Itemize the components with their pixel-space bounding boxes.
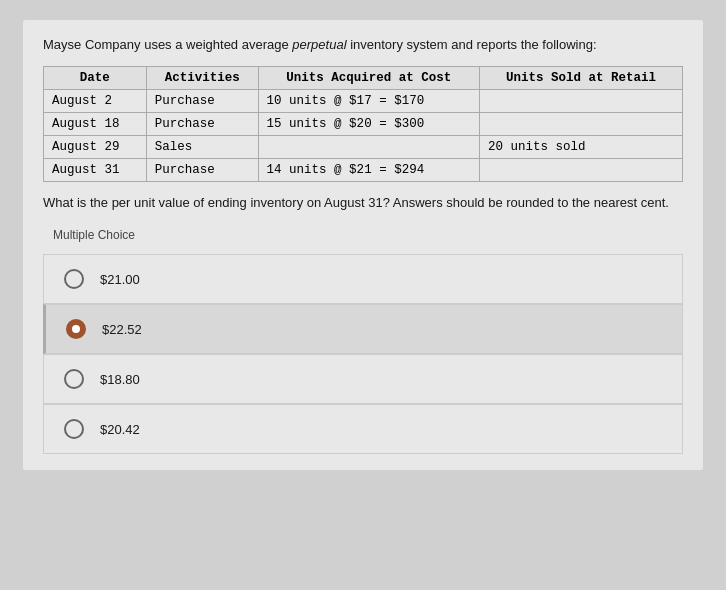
table-row: August 29Sales20 units sold — [44, 136, 683, 159]
page-container: Mayse Company uses a weighted average pe… — [23, 20, 703, 470]
intro-text-after: inventory system and reports the followi… — [347, 37, 597, 52]
cell-units-acquired: 14 units @ $21 = $294 — [258, 159, 479, 182]
cell-activity: Sales — [146, 136, 258, 159]
choice-item-a[interactable]: $21.00 — [43, 254, 683, 304]
cell-activity: Purchase — [146, 90, 258, 113]
col-header-activities: Activities — [146, 67, 258, 90]
cell-units-sold — [479, 113, 682, 136]
choice-text-c: $18.80 — [100, 372, 140, 387]
multiple-choice-label: Multiple Choice — [53, 228, 683, 242]
cell-activity: Purchase — [146, 159, 258, 182]
table-row: August 18Purchase15 units @ $20 = $300 — [44, 113, 683, 136]
cell-date: August 29 — [44, 136, 147, 159]
choice-item-b[interactable]: $22.52 — [43, 304, 683, 354]
cell-units-acquired: 10 units @ $17 = $170 — [258, 90, 479, 113]
intro-italic: perpetual — [292, 37, 346, 52]
cell-units-sold — [479, 90, 682, 113]
cell-activity: Purchase — [146, 113, 258, 136]
intro-text-before: Mayse Company uses a weighted average — [43, 37, 292, 52]
choice-radio-c[interactable] — [64, 369, 84, 389]
choice-text-d: $20.42 — [100, 422, 140, 437]
choice-radio-a[interactable] — [64, 269, 84, 289]
table-row: August 31Purchase14 units @ $21 = $294 — [44, 159, 683, 182]
cell-date: August 31 — [44, 159, 147, 182]
cell-date: August 18 — [44, 113, 147, 136]
choice-item-d[interactable]: $20.42 — [43, 404, 683, 454]
inventory-table: Date Activities Units Acquired at Cost U… — [43, 66, 683, 182]
choices-container: $21.00$22.52$18.80$20.42 — [43, 254, 683, 454]
col-header-units-acquired: Units Acquired at Cost — [258, 67, 479, 90]
cell-units-acquired — [258, 136, 479, 159]
choice-text-b: $22.52 — [102, 322, 142, 337]
choice-radio-b[interactable] — [66, 319, 86, 339]
question-text: What is the per unit value of ending inv… — [43, 194, 683, 212]
choice-item-c[interactable]: $18.80 — [43, 354, 683, 404]
table-row: August 2Purchase10 units @ $17 = $170 — [44, 90, 683, 113]
cell-units-sold — [479, 159, 682, 182]
cell-units-sold: 20 units sold — [479, 136, 682, 159]
intro-text: Mayse Company uses a weighted average pe… — [43, 36, 683, 54]
col-header-units-sold: Units Sold at Retail — [479, 67, 682, 90]
col-header-date: Date — [44, 67, 147, 90]
choice-radio-d[interactable] — [64, 419, 84, 439]
choice-text-a: $21.00 — [100, 272, 140, 287]
cell-date: August 2 — [44, 90, 147, 113]
cell-units-acquired: 15 units @ $20 = $300 — [258, 113, 479, 136]
